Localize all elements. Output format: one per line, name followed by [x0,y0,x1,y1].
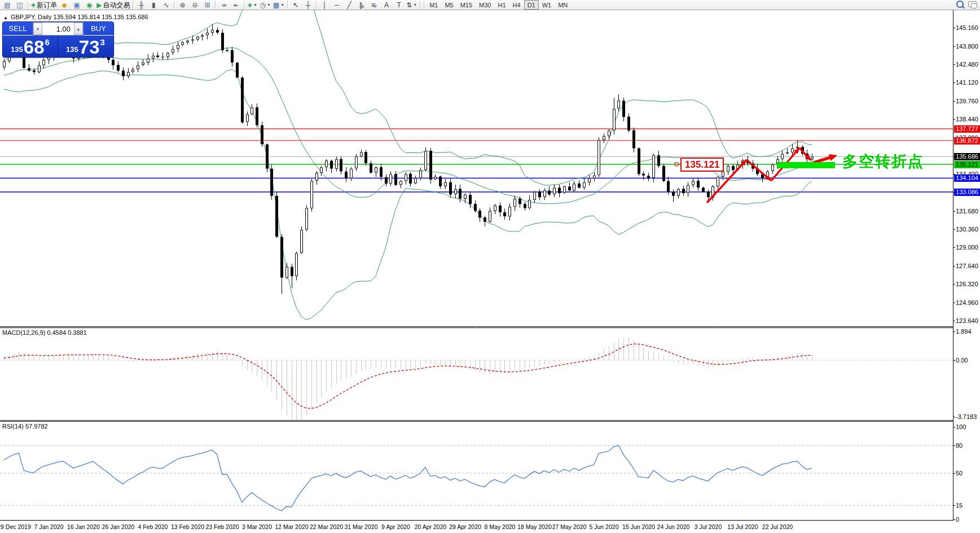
date-label: 15 Jun 2020 [622,523,655,530]
chat-icon[interactable] [968,1,977,7]
text-button[interactable]: A [380,1,393,10]
trendline-icon: ╱ [348,1,351,10]
zoom-out-button[interactable]: ⊖ [188,1,201,10]
price-axis: 145.160143.800142.480141.120139.760138.4… [953,10,980,521]
line-chart-mode-icon: ∿ [163,1,169,10]
price-level-callout[interactable]: 135.121 [680,158,724,172]
tile-windows-button[interactable]: ⊞ [201,1,213,10]
price-tick: 126.320 [956,281,978,287]
sell-price-button[interactable]: 135 68 6 [3,36,58,57]
timeframe-d1-button[interactable]: D1 [524,0,539,10]
macd-tick: 0.00 [956,357,968,364]
tile-windows-icon: ⊞ [204,1,210,10]
buy-price-button[interactable]: 135 73 3 [58,36,113,57]
date-axis: 29 Dec 20197 Jan 202016 Jan 202026 Jan 2… [0,523,953,531]
fibonacci-button[interactable]: ≡F [368,1,380,10]
price-chart-canvas[interactable] [0,10,953,521]
price-line-badge: 134.104 [954,174,980,182]
sell-price-pips: 6 [45,37,50,47]
volume-decrease-button[interactable]: ▼ [33,23,42,35]
timeframe-m15-button[interactable]: M15 [457,0,476,10]
chevron-down-icon: ▼ [253,1,257,10]
timeframe-h4-button[interactable]: H4 [509,0,524,10]
volume-input[interactable] [42,23,74,35]
crosshair-button[interactable]: ┼ [302,1,314,10]
rsi-tick: 100 [956,423,966,430]
expert-advisor-icon[interactable]: ▣ [71,1,83,10]
search-icon[interactable] [956,1,964,8]
horizontal-line-icon: ─ [335,1,340,10]
chart-shift-button[interactable]: ↞ [230,1,242,10]
price-tick: 143.800 [956,43,978,50]
rsi-tick: 15 [956,502,963,509]
price-tick: 131.680 [956,208,978,215]
volume-increase-button[interactable]: ▲ [74,23,83,35]
candle-chart-mode-button[interactable]: ▮ [147,1,160,10]
macd-tick: -3.7183 [956,413,977,420]
date-label: 24 Jun 2020 [657,523,690,530]
icon-subscript: E [362,2,364,11]
autotrading-button-label: 自动交易 [103,1,130,10]
timeframe-m1-button[interactable]: M1 [426,0,441,10]
zoom-in-icon: ⊕ [179,1,185,10]
auto-scroll-button[interactable]: ↠ [217,1,230,10]
date-label: 27 May 2020 [552,523,587,530]
channel-button[interactable]: ∥E [355,1,368,10]
buy-button[interactable]: BUY [84,22,113,36]
periods-button[interactable]: ◷▼ [258,1,271,10]
toolbar-items: ▤◫+新订单◆▣◉▶自动交易╫▮∿⊕⊖⊞↠↞+▼◷▼▦▼↖┼│─╱∥E≡FAT⇅… [1,0,571,10]
horizontal-line-button[interactable]: ─ [331,1,343,10]
sell-price-prefix: 135 [11,45,23,54]
vertical-line-button[interactable]: │ [318,1,331,10]
new-order-icon: + [31,1,36,10]
timeframe-m30-button[interactable]: M30 [476,0,494,10]
autotrading-button[interactable]: ▶自动交易 [95,1,131,10]
date-label: 31 Mar 2020 [345,523,378,530]
timeframe-m5-button[interactable]: M5 [441,0,456,10]
templates-button[interactable]: ▦▼ [272,1,285,10]
date-label: 16 Jan 2020 [67,523,100,530]
timeframe-mn-button[interactable]: MN [555,0,571,10]
date-label: 20 Apr 2020 [415,523,447,530]
mql-market-icon[interactable]: ◆ [58,1,71,10]
toolbar-separator [133,1,133,9]
vertical-line-icon: │ [322,1,327,10]
date-label: 3 Jul 2020 [695,523,722,530]
rsi-tick: 80 [956,442,963,449]
templates-icon: ▦ [273,1,279,10]
new-order-button[interactable]: +新订单 [30,1,58,10]
zoom-in-button[interactable]: ⊕ [176,1,188,10]
cursor-button[interactable]: ↖ [289,1,302,10]
trendline-button[interactable]: ╱ [343,1,355,10]
chevron-down-icon: ▼ [267,1,271,10]
collapse-panel-icon[interactable]: ▲ [3,15,8,20]
bar-chart-mode-icon: ╫ [139,1,144,10]
toolbar-right [956,1,977,8]
timeframe-w1-button[interactable]: W1 [539,0,555,10]
date-label: 26 Jan 2020 [102,523,135,530]
crosshair-icon: ┼ [306,1,311,10]
signals-icon[interactable]: ◉ [83,1,95,10]
market-watch-button[interactable]: ▤ [1,1,14,10]
label-button[interactable]: T [393,1,405,10]
sell-button[interactable]: SELL [3,22,33,36]
timeframe-h1-button[interactable]: H1 [495,0,509,10]
text-icon: A [384,1,389,10]
zoom-out-icon: ⊖ [192,1,197,10]
chevron-down-icon: ▼ [413,1,417,10]
date-label: 13 Jul 2020 [727,523,758,530]
date-label: 9 Apr 2020 [381,523,410,530]
arrows-button[interactable]: ⇅▼ [405,1,418,10]
support-zone-rectangle[interactable] [777,162,835,168]
chart-shift-icon: ↞ [233,1,239,10]
new-order-button-label: 新订单 [37,1,57,10]
bar-chart-mode-button[interactable]: ╫ [135,1,147,10]
price-line-badge: 133.086 [954,189,980,196]
line-chart-mode-button[interactable]: ∿ [160,1,172,10]
indicators-button[interactable]: +▼ [246,1,258,10]
turning-point-note[interactable]: 多空转折点 [842,151,924,172]
sell-price-main: 68 [24,38,45,56]
price-line-badge: 135.686 [954,153,980,160]
date-label: 22 Jul 2020 [762,523,793,530]
navigator-button[interactable]: ◫ [14,1,26,10]
